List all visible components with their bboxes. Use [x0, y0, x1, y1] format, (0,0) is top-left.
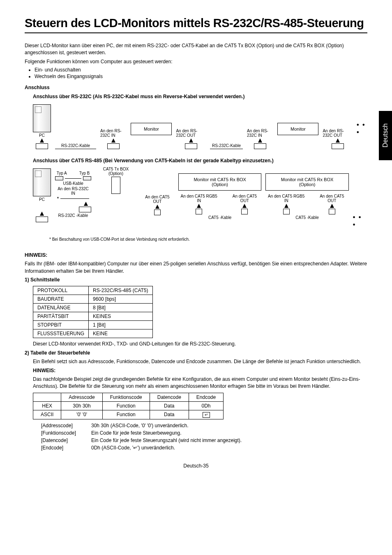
def-key: [Addresscode] — [41, 423, 86, 428]
enter-icon: ↵ — [203, 412, 210, 418]
typ-a-label: Typ A — [57, 171, 67, 175]
section1-heading: 1) Schnittstelle — [25, 276, 367, 283]
arrow-icon — [189, 138, 193, 143]
bullet-item: Ein- und Ausschalten — [35, 67, 367, 73]
anschluss-heading: Anschluss — [25, 84, 367, 91]
star-footnote: * Bei Beschaltung von USB-COM-Port ist d… — [49, 237, 367, 243]
def-key: [Funktionscode] — [41, 430, 86, 436]
code-definitions: [Addresscode]30h 30h (ASCII-Code, '0' '0… — [41, 423, 367, 451]
def-val: Ein Code für jede feste Steuerungszahl (… — [91, 438, 367, 443]
connector-icon — [154, 210, 161, 215]
cat5-out-label: An den CAT5 OUT — [141, 195, 174, 204]
monitor-rx-box: Monitor mit CAT5 Rx BOX (Option) — [178, 173, 261, 191]
connector-icon — [283, 209, 290, 214]
usb-cable-label: USB-Kable — [63, 181, 83, 186]
cat5-out-label: An den CAT5 OUT — [228, 194, 261, 203]
anschluss-sub1: Anschluss über RS-232C (Als RS-232C-Kabe… — [33, 93, 367, 100]
in-label: An den RS-232C IN — [100, 129, 127, 138]
pc-label: PC — [39, 197, 45, 202]
arrow-icon — [155, 205, 159, 209]
pc-tower-icon — [33, 168, 51, 196]
cable-label: RS-232C-Kable — [212, 143, 241, 148]
out-label: An den RS-232C OUT — [323, 129, 353, 138]
usb-icon — [55, 176, 63, 180]
arrow-icon — [336, 138, 340, 143]
pc-label: PC — [39, 133, 45, 138]
connector-icon — [241, 209, 248, 214]
connector-icon — [254, 143, 266, 149]
connector-icon — [36, 216, 48, 222]
def-key: [Datencode] — [41, 438, 86, 443]
intro-bullets: Ein- und Ausschalten Wechseln des Eingan… — [25, 67, 367, 79]
arrow-icon — [40, 138, 44, 143]
intro-paragraph-2: Folgende Funktionen können vom Computer … — [25, 58, 367, 65]
table-row: BAUDRATE9600 [bps] — [33, 295, 153, 304]
tx-box-icon — [111, 177, 120, 194]
diagram-cat5: PC Typ A Typ B USB-Kable An den RS-232C … — [33, 168, 367, 228]
table-header-row: Adresscode Funktionscode Datencode Endco… — [33, 393, 224, 401]
page-title: Steuern des LCD-Monitors mittels RS-232C… — [25, 16, 367, 30]
bullet-item: Wechseln des Eingangssignals — [35, 74, 367, 79]
cat5-out-label: An den CAT5 OUT — [315, 194, 349, 203]
monitor-box: Monitor — [131, 123, 172, 135]
table-row: DATENLÄNGE8 [Bit] — [33, 304, 153, 312]
def-val: Ein Code für jede feste Steuerbewegung. — [91, 430, 367, 436]
anschluss-sub2: Anschluss über CAT5 RS-485 (Bei Verwendu… — [33, 157, 367, 164]
connector-icon — [79, 207, 91, 212]
cable-label: RS-232C-Kable — [61, 143, 90, 148]
table-row: FLUSSSTEUERUNGKEINE — [33, 329, 153, 338]
arrow-icon — [197, 204, 201, 208]
section2-p1: Ein Befehl setzt sich aus Adresscode, Fu… — [33, 358, 367, 365]
arrow-icon — [242, 204, 247, 208]
arrow-icon — [84, 202, 88, 206]
typ-b-label: Typ B — [79, 171, 90, 175]
table-row: STOPPBIT1 [Bit] — [33, 321, 153, 329]
connector-icon — [185, 143, 197, 149]
rs-in-label: An den RS-232C IN — [55, 187, 91, 196]
cat5-cable-label: CAT5 -Kable — [295, 215, 319, 220]
arrow-icon — [284, 204, 288, 208]
arrow-icon — [111, 138, 115, 143]
in-label: An den RS-232C IN — [247, 129, 273, 138]
txbox-label: CAT5 Tx BOX (Option) — [95, 167, 136, 176]
connector-icon — [107, 143, 120, 149]
out-label: An den RS-232C OUT — [176, 129, 206, 138]
intro-paragraph-1: Dieser LCD-Monitor kann über einen PC, d… — [25, 42, 367, 57]
continuation-dots: • • • — [353, 214, 367, 228]
pc-tower-icon — [33, 104, 51, 132]
def-val: 30h 30h (ASCII-Code, '0' '0') unveränder… — [91, 423, 367, 428]
connector-icon — [332, 143, 344, 149]
section1-after: Dieser LCD-Monitor verwendet RXD-, TXD- … — [33, 341, 367, 348]
cat5-cable-label: CAT5 -Kable — [208, 215, 232, 220]
language-tab: Deutsch — [379, 111, 392, 160]
table-row: HEX 30h 30h Function Data 0Dh — [33, 401, 224, 410]
section2-hinweis-label: HINWEIS: — [33, 367, 367, 374]
def-key: [Endcode] — [41, 445, 86, 451]
connector-icon — [196, 209, 202, 214]
arrow-icon — [40, 212, 44, 216]
codes-table: Adresscode Funktionscode Datencode Endco… — [33, 393, 224, 419]
section2-heading: 2) Tabelle der Steuerbefehle — [25, 350, 367, 357]
arrow-icon — [330, 204, 334, 208]
usb-icon — [83, 176, 91, 180]
connector-icon — [329, 209, 335, 214]
diagram-rs232c: PC RS-232C-Kable An den RS-232C IN Monit… — [33, 104, 367, 149]
cat5-in-label: An den CAT5 RGB5 IN — [178, 194, 220, 203]
hinweis-body: Falls Ihr (IBM- oder IBM-kompatibler) Co… — [25, 260, 367, 275]
title-bar: Steuern des LCD-Monitors mittels RS-232C… — [25, 16, 367, 33]
arrow-icon — [258, 138, 262, 143]
hinweis-label: HINWEIS: — [25, 252, 367, 259]
page-footer: Deutsch-35 — [25, 463, 367, 469]
table-row: PROTOKOLLRS-232C/RS-485 (CAT5) — [33, 286, 153, 295]
rs-cable-label: RS-232C -Kable — [58, 213, 88, 218]
interface-table: PROTOKOLLRS-232C/RS-485 (CAT5) BAUDRATE9… — [33, 286, 153, 338]
table-row: ASCII '0' '0' Function Data ↵ — [33, 410, 224, 419]
cat5-in-label: An den CAT5 RGB5 IN — [265, 194, 307, 203]
table-row: PARITÄTSBITKEINES — [33, 312, 153, 321]
def-val: 0Dh (ASCII-Code, '↵') unveränderlich. — [91, 445, 367, 451]
continuation-dots: • • • — [357, 121, 367, 136]
monitor-rx-box: Monitor mit CAT5 Rx BOX (Option) — [265, 173, 348, 191]
monitor-box: Monitor — [277, 123, 318, 135]
connector-icon — [36, 143, 48, 149]
section2-hinweis-body: Das nachfolgende Beispiel zeigt die grun… — [33, 376, 367, 390]
